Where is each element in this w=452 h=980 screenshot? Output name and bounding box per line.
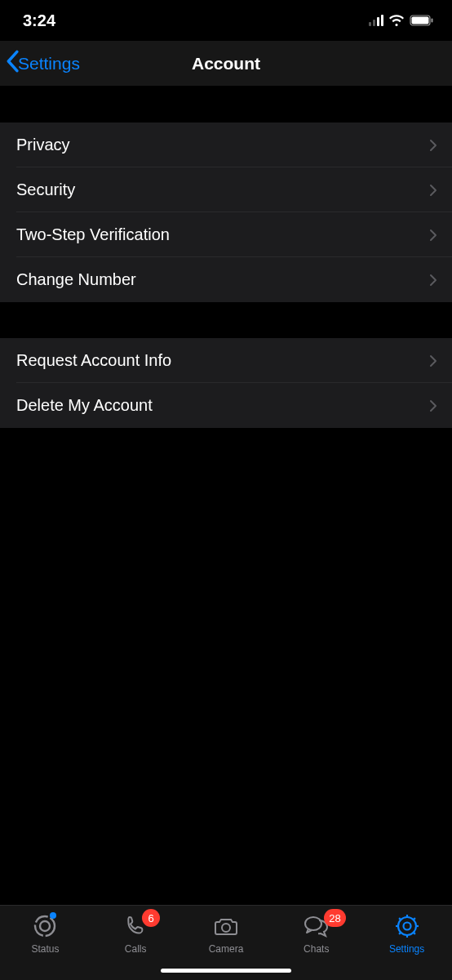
chats-badge: 28 — [324, 909, 345, 927]
svg-line-16 — [413, 918, 415, 920]
svg-rect-2 — [432, 19, 433, 23]
tab-settings[interactable]: Settings — [361, 912, 452, 980]
list-item-label: Delete My Account — [16, 396, 153, 415]
chevron-right-icon — [429, 229, 437, 242]
tab-label: Camera — [209, 943, 244, 955]
chevron-right-icon — [429, 184, 437, 197]
section-gap — [0, 87, 452, 122]
list-item-delete-my-account[interactable]: Delete My Account — [0, 383, 452, 428]
chats-icon: 28 — [302, 912, 331, 940]
list-group: Request Account Info Delete My Account — [0, 338, 452, 428]
phone-icon: 6 — [122, 912, 148, 940]
list-item-label: Change Number — [16, 270, 136, 289]
list-item-privacy[interactable]: Privacy — [0, 122, 452, 167]
list-item-security[interactable]: Security — [0, 167, 452, 212]
tab-label: Status — [31, 943, 59, 955]
cellular-signal-icon — [369, 15, 383, 26]
camera-icon — [212, 912, 240, 940]
chevron-right-icon — [429, 399, 437, 412]
list-item-two-step-verification[interactable]: Two-Step Verification — [0, 212, 452, 257]
tab-label: Calls — [125, 943, 147, 955]
tab-label: Settings — [389, 943, 424, 955]
gear-icon — [394, 912, 420, 940]
chevron-right-icon — [429, 274, 437, 287]
status-time: 3:24 — [23, 11, 55, 30]
status-indicators — [369, 15, 434, 26]
back-button[interactable]: Settings — [0, 50, 80, 77]
status-icon — [32, 912, 58, 940]
chevron-right-icon — [429, 139, 437, 152]
content: Privacy Security Two-Step Verification C… — [0, 87, 452, 428]
svg-rect-1 — [412, 17, 429, 24]
home-indicator[interactable] — [161, 969, 291, 973]
battery-icon — [410, 15, 434, 26]
svg-line-15 — [399, 932, 401, 934]
nav-header: Settings Account — [0, 41, 452, 87]
svg-line-14 — [413, 932, 415, 934]
list-item-request-account-info[interactable]: Request Account Info — [0, 338, 452, 383]
svg-point-6 — [305, 917, 321, 930]
list-item-label: Request Account Info — [16, 351, 171, 370]
list-item-label: Two-Step Verification — [16, 225, 170, 244]
wifi-icon — [388, 15, 405, 26]
svg-point-5 — [222, 924, 230, 932]
chevron-right-icon — [429, 354, 437, 368]
list-item-change-number[interactable]: Change Number — [0, 257, 452, 302]
list-item-label: Privacy — [16, 136, 70, 154]
section-gap — [0, 302, 452, 338]
svg-point-3 — [35, 916, 55, 936]
list-item-label: Security — [16, 180, 75, 199]
svg-point-8 — [403, 923, 410, 930]
tab-status[interactable]: Status — [0, 912, 91, 980]
back-label: Settings — [18, 54, 80, 74]
svg-line-13 — [399, 918, 401, 920]
status-bar: 3:24 — [0, 0, 452, 41]
svg-point-4 — [40, 921, 50, 931]
tab-label: Chats — [304, 943, 329, 955]
calls-badge: 6 — [142, 909, 160, 927]
list-group: Privacy Security Two-Step Verification C… — [0, 122, 452, 302]
